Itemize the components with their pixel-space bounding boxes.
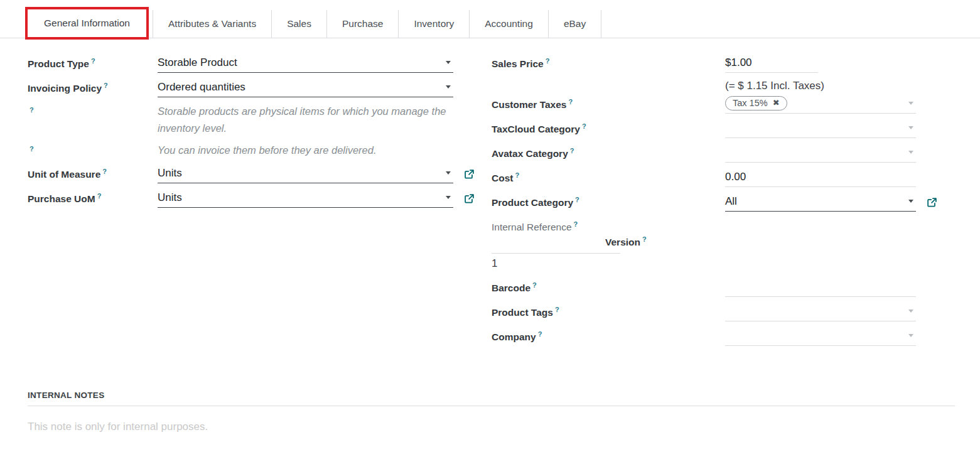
company-label-text: Company [492,331,536,342]
product-category-select[interactable]: All [725,193,916,212]
tax-tag: Tax 15% ✖ [725,96,787,110]
internal-reference-input-row: Version? [492,234,936,254]
chevron-down-icon [446,85,451,89]
tax-included-note: (= $ 1.15 Incl. Taxes) [725,78,824,92]
tab-general-information[interactable]: General Information [28,9,146,37]
invoicing-policy-select[interactable]: Ordered quantities [158,78,453,97]
help-icon[interactable]: ? [574,220,578,228]
customer-taxes-label: Customer Taxes? [492,95,725,110]
company-label: Company? [492,327,725,343]
purchase-uom-value: Units [158,191,182,204]
barcode-input[interactable] [725,278,916,297]
icon-spacer [916,303,937,321]
invoicing-policy-label: Invoicing Policy? [28,78,158,94]
external-link-icon[interactable] [464,169,475,180]
tab-ebay[interactable]: eBay [549,10,601,38]
product-type-label: Product Type? [28,54,158,70]
internal-reference-input[interactable] [492,234,620,254]
general-information-panel: Product Type? Storable Product Invoicing… [0,38,980,352]
taxcloud-category-select[interactable] [725,119,916,138]
product-tags-label: Product Tags? [492,303,725,318]
help-icon[interactable]: ? [582,122,586,130]
icon-spacer [916,327,937,346]
invoicing-help-row-2: ? You can invoice them before they are d… [28,142,475,159]
external-link-icon[interactable] [927,197,937,208]
taxcloud-category-label-text: TaxCloud Category [492,124,580,134]
help-icon[interactable]: ? [102,168,107,175]
internal-notes-title: INTERNAL NOTES [28,391,955,400]
chevron-down-icon [908,200,913,203]
remove-tag-icon[interactable]: ✖ [773,97,780,109]
version-value-row: 1 [492,256,936,272]
external-link-icon[interactable] [464,193,475,204]
help-icon[interactable]: ? [555,306,559,313]
cost-row: Cost? 0.00 [492,168,936,187]
unit-of-measure-label-text: Unit of Measure [28,169,100,180]
form-right-column: Sales Price? $1.00 (= $ 1.15 Incl. Taxes… [492,54,936,352]
cost-value: 0.00 [725,171,746,183]
sales-price-label: Sales Price? [492,54,725,70]
help-icon[interactable]: ? [570,147,574,154]
divider [28,406,955,406]
tab-attributes-variants[interactable]: Attributes & Variants [153,10,272,38]
version-label: Version? [605,235,647,254]
chevron-down-icon [908,102,913,105]
internal-reference-label-text: Internal Reference [492,222,572,232]
chevron-down-icon [908,126,913,129]
internal-notes-editor[interactable]: This note is only for internal purposes. [28,421,955,433]
tab-purchase[interactable]: Purchase [327,10,399,38]
help-icon[interactable]: ? [97,192,102,200]
customer-taxes-select[interactable]: Tax 15% ✖ [725,95,916,114]
avatax-category-select[interactable] [725,144,916,163]
unit-of-measure-row: Unit of Measure? Units [28,164,475,183]
chevron-down-icon [446,196,451,199]
help-icon[interactable]: ? [575,196,579,203]
avatax-category-label-text: Avatax Category [492,148,568,159]
product-tags-label-text: Product Tags [492,307,553,318]
icon-spacer [916,144,937,163]
version-label-text: Version [605,237,640,247]
purchase-uom-label: Purchase UoM? [28,189,158,205]
help-icon[interactable]: ? [568,98,573,105]
company-select[interactable] [725,327,916,346]
help-icon[interactable]: ? [538,330,542,338]
company-row: Company? [492,327,936,346]
help-icon[interactable]: ? [30,145,34,153]
tab-accounting[interactable]: Accounting [470,10,549,38]
sales-price-row: Sales Price? $1.00 [492,54,936,73]
help-icon[interactable]: ? [546,57,550,65]
chevron-down-icon [446,171,451,175]
internal-reference-label-row: Internal Reference? [492,217,936,233]
help-icon[interactable]: ? [30,106,34,114]
avatax-category-label: Avatax Category? [492,144,725,159]
help-icon[interactable]: ? [91,57,95,65]
sales-price-input[interactable]: $1.00 [725,54,818,73]
customer-taxes-label-text: Customer Taxes [492,99,566,110]
product-category-label: Product Category? [492,193,725,208]
tax-included-note-row: (= $ 1.15 Incl. Taxes) [492,78,936,92]
help-icon[interactable]: ? [515,171,519,179]
icon-spacer [453,78,475,97]
customer-taxes-row: Customer Taxes? Tax 15% ✖ [492,95,936,114]
internal-reference-label: Internal Reference? [492,217,725,233]
cost-input[interactable]: 0.00 [725,168,916,187]
product-type-value: Storable Product [158,57,237,69]
sales-price-label-text: Sales Price [492,58,544,69]
help-icon[interactable]: ? [532,281,537,289]
product-category-label-text: Product Category [492,197,573,208]
product-category-row: Product Category? All [492,193,936,212]
form-left-column: Product Type? Storable Product Invoicing… [28,54,475,352]
internal-notes-section: INTERNAL NOTES This note is only for int… [28,391,955,433]
product-type-select[interactable]: Storable Product [158,54,453,73]
tab-inventory[interactable]: Inventory [399,10,470,38]
unit-of-measure-select[interactable]: Units [158,164,453,183]
invoicing-help-text-1: Storable products are physical items for… [158,103,453,136]
icon-spacer [453,54,475,73]
help-icon[interactable]: ? [642,235,647,243]
tab-sales[interactable]: Sales [272,10,327,38]
help-icon[interactable]: ? [104,82,108,89]
purchase-uom-select[interactable]: Units [158,189,453,208]
product-tags-select[interactable] [725,303,916,321]
tax-tag-label: Tax 15% [733,97,768,109]
empty-label-cell [492,78,725,82]
